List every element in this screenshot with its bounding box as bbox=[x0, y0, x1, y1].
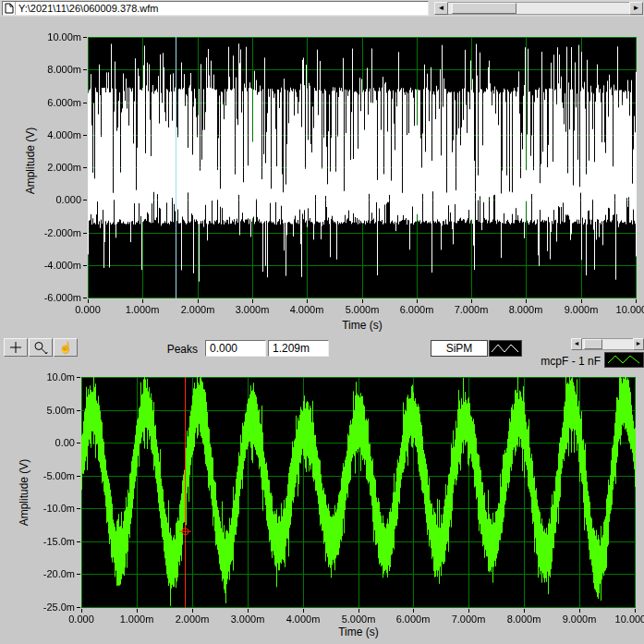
y-tick-label: -2.000m bbox=[30, 227, 81, 238]
legend-mcp-label[interactable]: mcpF - 1 nF bbox=[506, 355, 601, 368]
legend-scroll-right-arrow[interactable]: ► bbox=[633, 338, 644, 350]
hand-icon: ☝ bbox=[59, 341, 73, 354]
y-tick-mark bbox=[77, 541, 80, 542]
y-tick-mark bbox=[83, 37, 87, 38]
x-tick-label: 4.000m bbox=[281, 304, 333, 315]
y-tick-mark bbox=[77, 607, 80, 608]
file-scrollbar[interactable]: ◄ ► bbox=[434, 2, 643, 15]
y-tick-label: 10.0m bbox=[24, 371, 75, 383]
peak-value-field-1[interactable]: 0.000 bbox=[205, 340, 266, 357]
crosshair-icon bbox=[8, 341, 23, 354]
pan-tool-button[interactable]: ☝ bbox=[54, 338, 78, 357]
x-tick-label: 4.000m bbox=[277, 614, 329, 625]
x-tick-mark bbox=[307, 299, 308, 303]
x-tick-mark bbox=[358, 609, 359, 613]
top-graph-x-axis-title: Time (s) bbox=[307, 319, 418, 332]
x-tick-mark bbox=[581, 299, 582, 303]
waveform-path-control[interactable]: Y:\2021\11\26\060009.378.wfm bbox=[2, 1, 429, 16]
y-tick-label: 0.000 bbox=[30, 194, 81, 205]
y-tick-label: 2.000m bbox=[30, 162, 81, 173]
x-tick-mark bbox=[142, 299, 143, 303]
x-tick-mark bbox=[471, 299, 472, 303]
x-tick-label: 9.000m bbox=[555, 304, 607, 315]
path-text: Y:\2021\11\26\060009.378.wfm bbox=[16, 3, 158, 14]
x-tick-mark bbox=[635, 609, 636, 613]
x-tick-label: 8.000m bbox=[498, 614, 550, 625]
scrollbar-track[interactable] bbox=[448, 2, 629, 15]
y-tick-label: -10.0m bbox=[24, 503, 75, 514]
sipm-waveform-line-icon bbox=[490, 341, 521, 356]
graph-palette: ☝ bbox=[4, 338, 78, 357]
x-tick-label: 0.000 bbox=[62, 304, 114, 315]
x-tick-mark bbox=[417, 299, 418, 303]
x-tick-mark bbox=[524, 609, 525, 613]
x-tick-label: 8.000m bbox=[500, 304, 552, 315]
legend-mcp-sample[interactable] bbox=[604, 352, 644, 368]
scrollbar-left-arrow[interactable]: ◄ bbox=[434, 2, 448, 15]
x-tick-label: 10.000m bbox=[610, 304, 644, 315]
y-tick-mark bbox=[83, 167, 87, 168]
legend-sipm-label[interactable]: SiPM bbox=[431, 340, 488, 357]
legend-scrollbar[interactable]: ◄ ► bbox=[571, 338, 644, 350]
x-tick-label: 5.000m bbox=[336, 304, 388, 315]
y-tick-label: 6.000m bbox=[30, 97, 81, 108]
peaks-label: Peaks bbox=[155, 343, 198, 356]
x-tick-mark bbox=[192, 609, 193, 613]
y-tick-mark bbox=[83, 135, 87, 136]
bottom-graph-plot-area[interactable] bbox=[81, 377, 636, 608]
y-tick-label: -6.000m bbox=[30, 292, 81, 303]
x-tick-label: 5.000m bbox=[333, 614, 384, 625]
x-tick-mark bbox=[303, 609, 304, 613]
x-tick-mark bbox=[579, 609, 580, 613]
y-tick-mark bbox=[77, 508, 80, 509]
y-tick-label: 0.00 bbox=[24, 437, 75, 448]
x-tick-label: 0.000 bbox=[55, 614, 107, 625]
y-tick-mark bbox=[83, 233, 87, 234]
y-tick-mark bbox=[83, 103, 87, 103]
magnifier-icon bbox=[32, 341, 49, 354]
y-tick-mark bbox=[83, 298, 87, 298]
y-tick-mark bbox=[77, 443, 80, 444]
x-tick-mark bbox=[413, 609, 414, 613]
x-tick-mark bbox=[248, 609, 249, 613]
x-tick-label: 7.000m bbox=[443, 614, 494, 625]
legend-scroll-left-arrow[interactable]: ◄ bbox=[571, 338, 582, 350]
bottom-graph-x-axis-title: Time (s) bbox=[303, 626, 414, 638]
x-tick-mark bbox=[88, 299, 89, 303]
legend-scrollbar-track[interactable] bbox=[582, 338, 633, 350]
scrollbar-right-arrow[interactable]: ► bbox=[629, 2, 643, 15]
x-tick-mark bbox=[526, 299, 527, 303]
y-tick-label: -25.0m bbox=[24, 601, 75, 613]
x-tick-label: 1.000m bbox=[116, 304, 168, 315]
top-graph-plot-area[interactable] bbox=[88, 37, 637, 298]
zoom-tool-button[interactable] bbox=[29, 338, 53, 357]
y-tick-label: -5.00m bbox=[24, 470, 75, 481]
x-tick-label: 1.000m bbox=[111, 614, 163, 625]
y-tick-label: 4.000m bbox=[30, 129, 81, 140]
x-tick-label: 3.000m bbox=[226, 304, 278, 315]
y-tick-mark bbox=[77, 410, 80, 411]
x-tick-mark bbox=[636, 299, 637, 303]
y-tick-mark bbox=[77, 574, 80, 575]
y-tick-label: -4.000m bbox=[30, 260, 81, 271]
x-tick-label: 9.000m bbox=[553, 614, 605, 625]
cursor-tool-button[interactable] bbox=[4, 338, 28, 357]
x-tick-mark bbox=[252, 299, 253, 303]
path-type-icon bbox=[3, 2, 16, 15]
scrollbar-thumb[interactable] bbox=[452, 3, 516, 14]
legend-scrollbar-thumb[interactable] bbox=[584, 339, 602, 349]
y-tick-mark bbox=[83, 200, 87, 200]
bottom-graph-y-axis-title: Amplitude (V) bbox=[18, 437, 30, 548]
x-tick-label: 2.000m bbox=[172, 304, 224, 315]
x-tick-label: 2.000m bbox=[166, 614, 218, 625]
top-graph-y-axis-title: Amplitude (V) bbox=[24, 105, 37, 216]
x-tick-mark bbox=[362, 299, 363, 303]
y-tick-label: 5.00m bbox=[24, 405, 75, 416]
x-tick-mark bbox=[468, 609, 469, 613]
top-bar: Y:\2021\11\26\060009.378.wfm ◄ ► bbox=[0, 0, 644, 17]
mcp-waveform-line-icon bbox=[606, 353, 643, 367]
x-tick-mark bbox=[198, 299, 199, 303]
y-tick-mark bbox=[77, 476, 80, 477]
peak-value-field-2[interactable]: 1.209m bbox=[268, 340, 329, 357]
x-tick-label: 6.000m bbox=[387, 614, 439, 625]
